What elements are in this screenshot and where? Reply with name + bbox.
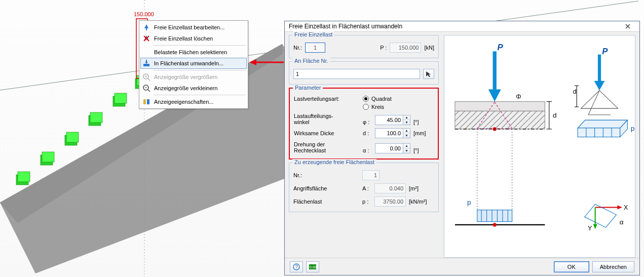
p-label: P : xyxy=(380,45,387,51)
radio-circle[interactable]: Kreis xyxy=(363,104,392,110)
svg-rect-20 xyxy=(146,28,147,30)
units-button[interactable]: 0.00 xyxy=(306,261,319,272)
result-nr-label: Nr.: xyxy=(293,172,359,178)
illustration-panel: P Φ d xyxy=(444,35,635,258)
phi-symbol: φ : xyxy=(363,119,372,125)
surface-number-input[interactable] xyxy=(293,69,420,79)
cm-convert-to-area-load[interactable]: In Flächenlast umwandeln... xyxy=(140,58,247,69)
radio-label: Quadrat xyxy=(371,96,392,102)
group-free-point-load: Freie Einzellast Nr.: P : [kN] xyxy=(289,35,439,58)
radio-icon xyxy=(363,96,369,102)
svg-marker-69 xyxy=(594,81,605,90)
cm-label: Anzeigegröße vergrößern xyxy=(154,74,217,80)
cancel-label: Abbrechen xyxy=(600,264,627,270)
chevron-up-icon: ▲ xyxy=(403,129,410,134)
svg-text:X: X xyxy=(624,204,628,211)
nr-label: Nr.: xyxy=(293,45,302,51)
delete-load-icon xyxy=(142,34,151,43)
cm-decrease-display-size[interactable]: Anzeigegröße verkleinern xyxy=(140,83,247,94)
chevron-down-icon: ▼ xyxy=(403,148,410,153)
phi-input[interactable] xyxy=(375,115,403,125)
svg-marker-74 xyxy=(578,120,627,128)
menu-separator xyxy=(154,95,246,95)
area-unit: [m²] xyxy=(409,185,419,191)
chevron-down-icon: ▼ xyxy=(403,133,410,138)
display-props-icon xyxy=(142,97,151,106)
svg-text:α: α xyxy=(620,218,624,225)
svg-marker-75 xyxy=(578,128,620,137)
svg-text:d: d xyxy=(553,111,557,119)
svg-rect-58 xyxy=(477,210,512,221)
convert-load-dialog: Freie Einzellast in Flächenlast umwandel… xyxy=(284,21,640,275)
svg-rect-13 xyxy=(115,93,127,103)
d-unit: [mm] xyxy=(413,130,426,136)
radio-label: Kreis xyxy=(371,104,384,110)
dialog-footer: ? 0.00 OK Abbrechen xyxy=(285,258,639,275)
angle-label2: winkel xyxy=(294,119,360,125)
svg-line-28 xyxy=(148,78,150,81)
cm-edit-free-point-load[interactable]: Freie Einzellast bearbeiten... xyxy=(140,22,247,33)
zoom-out-icon xyxy=(142,84,151,93)
edit-load-icon xyxy=(142,23,151,32)
cm-display-properties[interactable]: Anzeigeeigenschaften... xyxy=(140,96,247,107)
area-load-label: Flächenlast xyxy=(293,199,359,205)
help-button[interactable]: ? xyxy=(290,261,303,272)
phi-unit: [°] xyxy=(413,119,419,125)
svg-rect-24 xyxy=(143,64,149,66)
svg-text:P: P xyxy=(497,43,503,52)
svg-marker-37 xyxy=(249,59,256,65)
chevron-up-icon: ▲ xyxy=(403,144,410,149)
cm-label: Freie Einzellast löschen xyxy=(154,35,213,42)
units-icon: 0.00 xyxy=(309,263,317,270)
svg-rect-7 xyxy=(42,152,54,162)
svg-rect-9 xyxy=(66,132,79,142)
radio-square[interactable]: Quadrat xyxy=(363,96,392,102)
phi-spinner[interactable]: ▲▼ xyxy=(403,115,410,125)
cm-delete-free-point-load[interactable]: Freie Einzellast löschen xyxy=(140,33,247,44)
svg-text:Y: Y xyxy=(588,225,592,232)
callout-arrow-icon xyxy=(249,59,285,66)
group-title: Zu erzeugende freie Flächenlast xyxy=(292,159,376,165)
point-load-nr-field[interactable] xyxy=(305,43,325,53)
alpha-input[interactable] xyxy=(375,143,403,153)
p-symbol: p : xyxy=(362,199,371,205)
cm-select-loaded-surfaces[interactable]: Belastete Flächen selektieren xyxy=(140,47,247,58)
zoom-in-icon xyxy=(142,72,151,82)
menu-separator xyxy=(154,70,246,70)
help-icon: ? xyxy=(293,263,300,270)
svg-marker-40 xyxy=(426,71,431,77)
point-load-p-field xyxy=(390,43,421,53)
svg-text:p: p xyxy=(631,125,635,132)
alpha-spinner[interactable]: ▲▼ xyxy=(403,143,410,153)
cancel-button[interactable]: Abbrechen xyxy=(592,261,634,272)
alpha-symbol: α : xyxy=(363,147,372,153)
blank-icon xyxy=(142,48,151,57)
area-label: Angriffsfläche xyxy=(293,185,359,191)
svg-marker-86 xyxy=(593,224,597,228)
dialog-title: Freie Einzellast in Flächenlast umwandel… xyxy=(289,23,618,30)
chevron-down-icon: ▼ xyxy=(403,120,410,125)
rot-label: Drehung der xyxy=(294,141,360,147)
dist-type-label: Lastverteilungsart: xyxy=(294,96,360,102)
svg-text:0.00: 0.00 xyxy=(310,265,317,269)
menu-separator xyxy=(154,45,246,46)
d-spinner[interactable]: ▲▼ xyxy=(403,128,410,138)
svg-marker-43 xyxy=(488,89,501,101)
pick-surface-button[interactable] xyxy=(423,69,434,79)
cm-label: Anzeigeeigenschaften... xyxy=(154,99,213,105)
A-symbol: A : xyxy=(362,185,371,191)
p-unit: [kN] xyxy=(424,45,434,51)
d-input[interactable] xyxy=(375,128,403,138)
cm-label: Anzeigegröße verkleinern xyxy=(154,85,217,91)
svg-rect-5 xyxy=(18,172,30,182)
svg-text:P: P xyxy=(602,46,608,56)
convert-load-icon xyxy=(142,59,151,68)
group-title: Freie Einzellast xyxy=(292,31,334,37)
close-button[interactable] xyxy=(618,22,637,31)
rot-label2: Rechtecklast xyxy=(294,147,360,153)
ok-button[interactable]: OK xyxy=(554,261,589,272)
d-symbol: d : xyxy=(363,130,372,136)
svg-rect-35 xyxy=(147,99,149,104)
dialog-titlebar[interactable]: Freie Einzellast in Flächenlast umwandel… xyxy=(285,21,639,32)
result-nr-field xyxy=(362,170,380,180)
